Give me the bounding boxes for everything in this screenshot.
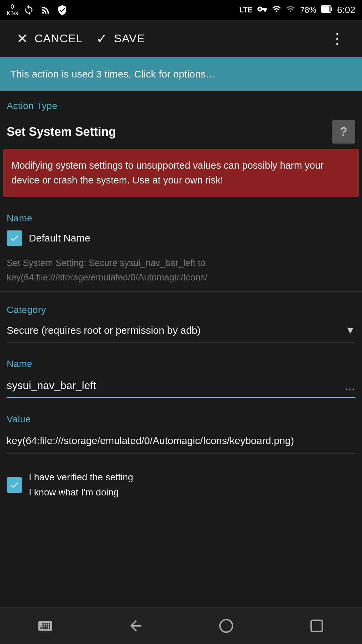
verified-checkbox[interactable]: [7, 477, 22, 493]
category-section: Category Secure (requires root or permis…: [0, 292, 362, 346]
rss-icon: [40, 4, 52, 16]
action-type-row: Set System Setting ?: [0, 115, 362, 149]
status-bar: 0 KB/s LTE: [0, 0, 362, 20]
action-bar: ✕ CANCEL ✓ SAVE ⋮: [0, 20, 362, 57]
name-input[interactable]: [7, 376, 338, 395]
battery-percent: 78%: [300, 5, 316, 15]
svg-rect-2: [331, 7, 332, 11]
keyboard-nav-button[interactable]: [32, 612, 59, 639]
svg-rect-5: [311, 620, 322, 631]
recents-nav-button[interactable]: [303, 612, 330, 639]
status-left: 0 KB/s: [7, 4, 68, 16]
cancel-icon: ✕: [17, 31, 28, 46]
save-icon: ✓: [96, 31, 108, 46]
verified-line1: I have verified the setting: [29, 470, 133, 485]
value-section: Value key(64:file:///storage/emulated/0/…: [0, 401, 362, 457]
svg-rect-3: [322, 6, 329, 12]
verified-label: I have verified the setting I know what …: [29, 470, 133, 500]
signal-icon: [272, 4, 281, 16]
default-name-checkbox[interactable]: [7, 230, 22, 246]
bottom-nav: [0, 607, 362, 644]
battery-icon: [321, 4, 333, 16]
help-button[interactable]: ?: [332, 120, 355, 144]
warning-text: Modifying system settings to unsupported…: [11, 160, 324, 185]
name-section-label: Name: [7, 204, 355, 227]
dropdown-arrow-icon: ▼: [345, 325, 355, 336]
category-section-label: Category: [7, 295, 355, 319]
action-type-name: Set System Setting: [7, 125, 116, 139]
shield-icon: [56, 4, 68, 16]
cancel-button[interactable]: ✕ CANCEL: [10, 28, 89, 50]
clock: 6:02: [337, 5, 356, 15]
name-input-section: Name …: [0, 346, 362, 401]
info-banner[interactable]: This action is used 3 times. Click for o…: [0, 57, 362, 91]
action-type-section: Action Type Set System Setting ?: [0, 91, 362, 149]
category-dropdown[interactable]: Secure (requires root or permission by a…: [7, 319, 355, 342]
back-nav-button[interactable]: [122, 612, 149, 639]
cancel-label: CANCEL: [35, 32, 83, 45]
verified-checkbox-row[interactable]: I have verified the setting I know what …: [7, 467, 355, 503]
info-banner-text: This action is used 3 times. Click for o…: [10, 68, 216, 79]
key-icon: [257, 4, 267, 16]
name-input-section-label: Name: [7, 349, 355, 373]
action-type-section-label: Action Type: [0, 91, 362, 115]
status-right: LTE 78% 6:02: [239, 4, 355, 16]
home-nav-button[interactable]: [213, 612, 240, 639]
value-section-label: Value: [7, 405, 355, 428]
data-rate: 0 KB/s: [7, 4, 18, 16]
default-name-preview: Set System Setting: Secure sysui_nav_bar…: [0, 253, 362, 292]
svg-point-0: [42, 12, 44, 14]
more-options-button[interactable]: ⋮: [323, 26, 352, 50]
sync-icon: [23, 4, 35, 16]
lte-icon: LTE: [239, 6, 253, 14]
svg-point-4: [220, 620, 233, 632]
warning-banner: Modifying system settings to unsupported…: [3, 149, 359, 197]
name-input-ellipsis-button[interactable]: …: [345, 380, 355, 395]
save-button[interactable]: ✓ SAVE: [89, 28, 152, 50]
name-section: Name Default Name: [0, 197, 362, 253]
save-label: SAVE: [114, 32, 145, 45]
verified-section: I have verified the setting I know what …: [0, 457, 362, 513]
value-text: key(64:file:///storage/emulated/0/Automa…: [7, 428, 355, 454]
default-name-checkbox-row[interactable]: Default Name: [7, 227, 355, 249]
verified-line2: I know what I'm doing: [29, 485, 133, 500]
name-input-row: …: [7, 376, 355, 398]
signal-icon-2: [286, 4, 295, 16]
default-name-label: Default Name: [29, 232, 90, 244]
category-selected: Secure (requires root or permission by a…: [7, 325, 201, 336]
